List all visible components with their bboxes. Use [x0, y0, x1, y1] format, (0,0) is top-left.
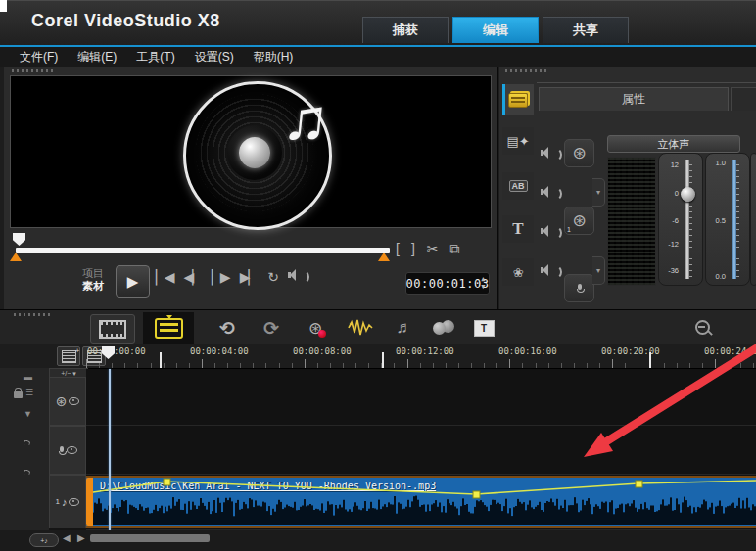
scrubber-bar[interactable]	[16, 248, 390, 253]
nav-media-button[interactable]	[502, 84, 534, 115]
video-track-button[interactable]: ⊛	[564, 139, 594, 167]
nav-graphics-button[interactable]: ❀	[502, 258, 534, 286]
mark-in-button[interactable]: [	[396, 241, 400, 257]
overlay-mute-icon[interactable]	[541, 186, 554, 198]
record-capture-button[interactable]: ⊛	[300, 314, 331, 342]
panel-drag-handle[interactable]	[12, 69, 55, 72]
next-frame-button[interactable]: ▏▶	[212, 269, 229, 285]
ruler-tick	[522, 363, 523, 368]
undo-button[interactable]: ⟲	[212, 314, 243, 342]
stereo-button[interactable]: 立体声	[607, 135, 740, 153]
level-scale-label: 0.5	[708, 216, 726, 225]
mark-out-button[interactable]: ]	[411, 241, 415, 257]
panel-drag-handle[interactable]	[14, 313, 53, 316]
ruler-tick	[214, 363, 215, 368]
timeline-toolbar: ⟲ ⟳ ⊛ ♪ ♬ T	[0, 309, 756, 345]
volume-envelope[interactable]	[86, 478, 756, 526]
menu-item-0[interactable]: 文件(F)	[20, 49, 58, 66]
voice-track-row[interactable]	[86, 426, 756, 475]
horizontal-scrollbar[interactable]	[90, 534, 210, 542]
storyboard-view-button[interactable]	[90, 314, 135, 344]
ripple-edit-icon[interactable]: ▬	[24, 372, 32, 382]
zoom-out-icon	[695, 320, 711, 336]
tab-edit[interactable]: 编辑	[452, 17, 539, 43]
timecode-display[interactable]: 00:00:01:03 ▲▼	[405, 272, 490, 295]
music-track-dropdown[interactable]: ▾	[592, 256, 605, 285]
gain-thumb[interactable]	[681, 187, 695, 202]
ruler-tick	[574, 363, 575, 368]
media-library-icon	[508, 93, 528, 108]
timecode-down-icon[interactable]: ▼	[481, 283, 486, 291]
ruler-tick	[164, 363, 165, 368]
go-end-button[interactable]: ▶▏	[240, 269, 258, 285]
video-mute-icon[interactable]	[541, 147, 554, 159]
menu-item-3[interactable]: 设置(S)	[195, 49, 234, 66]
ruler-tick	[330, 363, 331, 368]
subtitle-editor-button[interactable]: T	[468, 314, 499, 342]
overlay-track-dropdown[interactable]: ▾	[592, 178, 605, 207]
film-reel-icon: ⊛	[572, 212, 586, 229]
music-mute-icon[interactable]	[541, 264, 554, 276]
tab-next-stub[interactable]	[731, 87, 756, 111]
level-slider[interactable]: 1.00.50.0	[705, 153, 750, 286]
scrubber-playhead[interactable]	[13, 233, 25, 246]
video-track-header[interactable]: ⊛	[49, 377, 86, 426]
overlay-track-button[interactable]: ⊛ 1	[564, 207, 594, 235]
app-title: Corel VideoStudio X8	[31, 11, 220, 31]
repeat-button[interactable]: ↻	[267, 269, 277, 285]
music-mute-row	[541, 262, 554, 280]
nav-transition-button[interactable]: ▤✦	[502, 127, 534, 155]
lock-icon	[14, 391, 23, 398]
timecode-up-icon[interactable]: ▲	[481, 275, 486, 283]
enlarge-icon[interactable]: ⧉	[450, 241, 460, 257]
menu-item-4[interactable]: 帮助(H)	[254, 49, 294, 66]
ruler-tick	[715, 359, 716, 368]
mode-project-label[interactable]: 项目	[82, 267, 104, 280]
tab-capture[interactable]: 捕获	[362, 17, 449, 43]
zoom-out-button[interactable]	[691, 314, 715, 342]
trim-end-handle[interactable]	[378, 253, 390, 261]
audio-clip[interactable]: D:\CloudMusic\Ken Arai - NEXT TO YOU -Rh…	[86, 476, 756, 528]
ruler-tick	[420, 363, 421, 368]
gain-scale-label: -6	[661, 216, 679, 225]
film-reel-icon: ⊛	[56, 393, 68, 410]
scroll-left-button[interactable]: ◀	[63, 532, 71, 543]
timeline-playhead-line[interactable]	[109, 369, 111, 530]
menu-item-2[interactable]: 工具(T)	[136, 49, 174, 66]
prev-frame-button[interactable]: ◀▏	[184, 269, 202, 285]
nav-title-button[interactable]: T	[502, 215, 534, 243]
redo-button[interactable]: ⟳	[256, 314, 287, 342]
system-volume-icon[interactable]	[288, 269, 302, 281]
tab-properties[interactable]: 属性	[539, 87, 729, 111]
menu-item-1[interactable]: 编辑(E)	[77, 49, 117, 66]
nav-subtitle-button[interactable]: AB	[502, 172, 534, 200]
music-track-header[interactable]: 1 ♪	[49, 475, 86, 528]
add-track-button[interactable]: +♪	[29, 533, 59, 547]
timeline-view-button[interactable]	[143, 312, 194, 344]
music-track-number: 1	[56, 497, 60, 506]
voice-track-header[interactable]	[49, 426, 86, 475]
preview-panel: ♫ [ ] ✂ ⧉ 项目 素材 ▶ ▏◀ ◀▏ ▏▶ ▶▏ ↻ 00:00:01…	[4, 67, 498, 309]
lock-all-button[interactable]: ☰	[14, 388, 33, 398]
cut-icon[interactable]: ✂	[427, 241, 439, 257]
subtitle-editor-icon: T	[474, 320, 495, 337]
sound-mixer-button[interactable]: ♪	[343, 314, 378, 342]
collapse-tracks-icon[interactable]: ▼	[24, 409, 32, 419]
gain-slider[interactable]: 120-6-12-36	[658, 153, 703, 286]
voice-track-button[interactable]	[564, 274, 594, 302]
video-track-row[interactable]	[86, 369, 756, 426]
track-manager-button[interactable]	[57, 346, 80, 366]
tab-share[interactable]: 共享	[543, 17, 629, 43]
motion-tracking-button[interactable]	[429, 314, 462, 342]
trim-start-handle[interactable]	[10, 253, 22, 261]
scroll-right-button[interactable]: ▶	[77, 532, 85, 543]
ruler-tick	[368, 363, 369, 368]
auto-music-button[interactable]: ♬	[388, 314, 421, 342]
go-start-button[interactable]: ▏◀	[156, 269, 173, 285]
mode-clip-label[interactable]: 素材	[82, 280, 104, 293]
options-panel: 属性 ▤✦ AB T ❀ ⊛ ⊛ 1 ▾ ♪ 1 ▾	[499, 67, 756, 309]
panel-drag-handle[interactable]	[505, 69, 548, 72]
voice-mute-icon[interactable]	[541, 225, 554, 237]
timeline-ruler[interactable]: 00:00:00:0000:00:04:0000:00:08:0000:00:1…	[86, 344, 756, 368]
play-button[interactable]: ▶	[116, 265, 150, 298]
